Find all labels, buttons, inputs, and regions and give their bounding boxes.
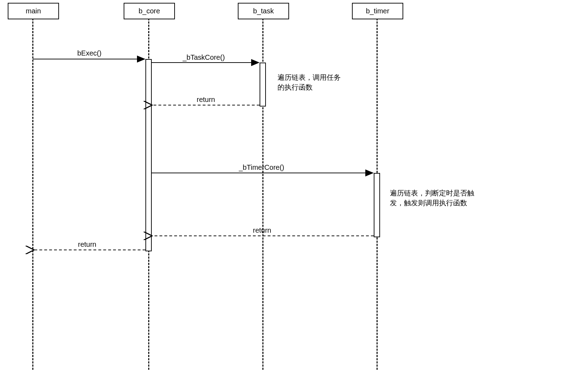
activation-btask: [260, 63, 266, 107]
note-timer: 遍历链表，判断定时是否触 发，触发则调用执行函数: [390, 188, 474, 208]
message-bexec: bExec(): [77, 49, 102, 57]
message-return-task: return: [197, 96, 215, 104]
participant-btimer: b_timer: [352, 3, 403, 19]
lifeline-main: [32, 18, 33, 370]
participant-main: main: [8, 3, 59, 19]
note-line: 遍历链表，判断定时是否触: [390, 188, 474, 198]
message-btaskcore: _bTaskCore(): [183, 53, 225, 62]
note-line: 遍历链表，调用任务: [277, 72, 341, 82]
note-line: 发，触发则调用执行函数: [390, 198, 474, 208]
sequence-diagram: main b_core b_task b_timer: [0, 0, 588, 374]
message-btimercore: _bTimerCore(): [239, 163, 284, 172]
participant-label: b_core: [138, 7, 160, 15]
note-task: 遍历链表，调用任务 的执行函数: [277, 72, 341, 92]
note-line: 的执行函数: [277, 82, 341, 92]
activation-bcore: [145, 59, 152, 251]
activation-btimer: [374, 173, 380, 237]
participant-btask: b_task: [238, 3, 289, 19]
message-return-main: return: [78, 240, 96, 249]
message-return-timer: return: [253, 226, 271, 234]
participant-label: main: [26, 7, 41, 15]
participant-bcore: b_core: [124, 3, 175, 19]
participant-label: b_timer: [366, 7, 390, 15]
participant-label: b_task: [253, 7, 274, 15]
